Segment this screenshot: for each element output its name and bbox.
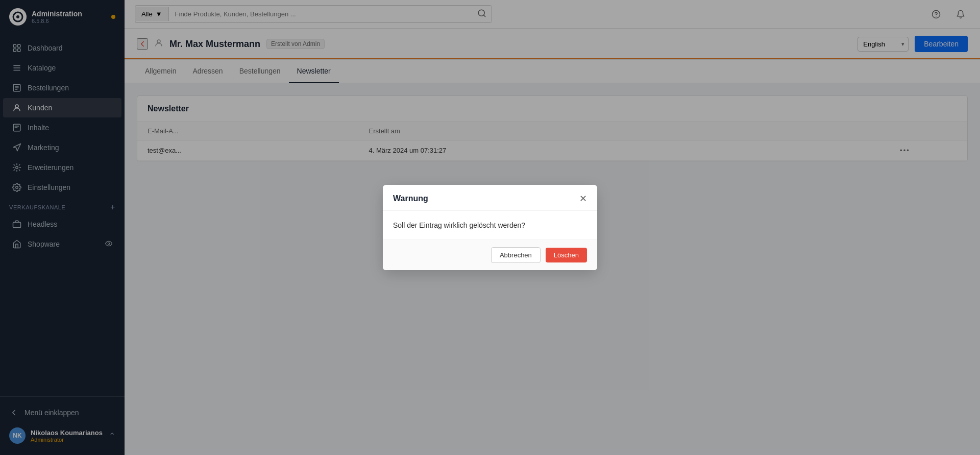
warning-modal: Warnung ✕ Soll der Eintrag wirklich gelö… <box>383 185 597 270</box>
modal-close-button[interactable]: ✕ <box>579 194 587 203</box>
modal-footer: Abbrechen Löschen <box>383 240 597 270</box>
modal-header: Warnung ✕ <box>383 185 597 211</box>
modal-overlay: Warnung ✕ Soll der Eintrag wirklich gelö… <box>0 0 980 455</box>
modal-title: Warnung <box>393 194 428 203</box>
delete-button[interactable]: Löschen <box>546 248 587 262</box>
modal-body: Soll der Eintrag wirklich gelöscht werde… <box>383 211 597 240</box>
cancel-button[interactable]: Abbrechen <box>491 247 541 263</box>
modal-body-text: Soll der Eintrag wirklich gelöscht werde… <box>393 221 525 229</box>
